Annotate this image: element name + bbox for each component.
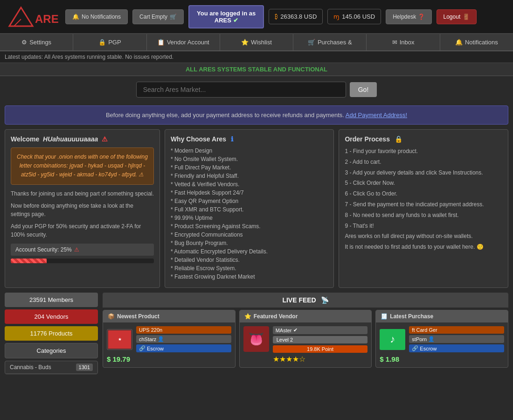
logout-button[interactable]: Logout 🚪 (437, 9, 477, 24)
notification-icon: 🔔 (455, 39, 463, 46)
security-warning-icon: ⚠ (74, 246, 79, 253)
nav-vendor-account[interactable]: 📋 Vendor Account (147, 34, 220, 50)
newest-escrow-badge[interactable]: 🔗 Escrow (136, 344, 231, 352)
logged-in-line1: You are logged in as (197, 10, 256, 17)
latest-purchase-item: ♪ ft Card Ger stPorn 👤 🔗 Escrow (380, 326, 504, 352)
svg-marker-0 (9, 7, 33, 26)
welcome-text1: Thanks for joining us and being part of … (11, 189, 154, 198)
why-item: * Easy QR Payment Option (171, 198, 328, 204)
inbox-icon: ✉ (392, 39, 397, 46)
purchases-icon: 🛒 (308, 39, 315, 46)
nav-purchases[interactable]: 🛒 Purchases & (293, 34, 367, 50)
svg-text:ARES: ARES (35, 13, 58, 25)
newest-product-header: 📦 Newest Product (103, 310, 235, 322)
latest-purchase-info: ft Card Ger stPorn 👤 🔗 Escrow (409, 326, 504, 352)
header: ARES 🔔 No Notifications Cart Empty 🛒 You… (0, 0, 513, 34)
main-section: Welcome HUahuauuuuaaaa ⚠ Check that your… (5, 129, 508, 288)
nav-inbox[interactable]: ✉ Inbox (367, 34, 440, 50)
logout-icon: 🚪 (463, 14, 470, 20)
add-payment-address-link[interactable]: Add Payment Address! (346, 112, 407, 119)
newest-price: $ 19.79 (107, 355, 231, 363)
verified-icon: ✔ (293, 327, 298, 333)
nav-pgp[interactable]: 🔒 PGP (73, 34, 146, 50)
latest-purchase-card: 🧾 Latest Purchase ♪ ft Card Ger stPorn 👤 (375, 310, 508, 368)
logo: ARES (5, 4, 61, 29)
why-item: * Bug Bounty Program. (171, 240, 328, 246)
bottom-section: 23591 Members 204 Vendors 11776 Products… (5, 293, 508, 374)
bell-icon: 🔔 (72, 14, 79, 20)
lock-icon: 🔒 (395, 135, 402, 143)
live-feed-header: LIVE FEED 📡 (103, 293, 508, 308)
nav-notifications[interactable]: 🔔 Notifications (440, 34, 513, 50)
escrow-icon: 🔗 (139, 345, 146, 351)
order-steps-list: 1 - Find your favorite product.2 - Add t… (345, 147, 502, 251)
featured-vendor-header: ⭐ Featured Vendor (240, 310, 372, 322)
cart-button[interactable]: Cart Empty 🛒 (132, 9, 184, 24)
warning-icon: ⚠ (102, 135, 108, 143)
featured-vendor-avatar: 👅 (243, 326, 269, 352)
why-choose-box: Why Choose Ares ℹ * Modern Design* No On… (165, 129, 334, 288)
why-item: * Automatic Encrypted Delivery Details. (171, 248, 328, 255)
order-step: 7 - Send the payment to the indicated pa… (345, 201, 502, 209)
why-item: * Friendly and Helpful Staff. (171, 173, 328, 179)
categories-list: Cannabis - Buds 1301 (5, 361, 98, 374)
btc-balance: ₿ 26363.8 USD (269, 9, 323, 24)
latest-purchase-header: 🧾 Latest Purchase (376, 310, 508, 322)
svg-line-1 (14, 19, 21, 26)
newest-product-item: ★ UPS 220n chStarz 👤 🔗 Escrow (107, 326, 231, 352)
newest-product-image: ★ (107, 329, 132, 350)
featured-vendor-card: ⭐ Featured Vendor 👅 MAster ✔ Level 2 (239, 310, 372, 368)
latest-purchase-body: ♪ ft Card Ger stPorn 👤 🔗 Escrow (376, 322, 508, 367)
order-step: 3 - Add your delivery details and click … (345, 169, 502, 177)
notifications-button[interactable]: 🔔 No Notifications (65, 9, 128, 24)
feed-cards: 📦 Newest Product ★ UPS 220n ch (103, 310, 508, 368)
why-item: * Full Direct Pay Market. (171, 164, 328, 171)
btc-icon: ₿ (275, 13, 278, 20)
xmr-balance: ɱ 145.06 USD (327, 9, 381, 24)
newest-product-title-badge: UPS 220n (136, 326, 231, 334)
latest-escrow-badge[interactable]: 🔗 Escrow (409, 344, 504, 352)
onion-warning: Check that your .onion ends with one of … (11, 147, 154, 185)
order-step: 9 - That's it! (345, 222, 502, 230)
user-icon: 👤 (158, 336, 164, 342)
nav-wishlist[interactable]: ⭐ Wishlist (220, 34, 293, 50)
why-item: * Fast Helpdesk Support 24/7 (171, 189, 328, 196)
stats-column: 23591 Members 204 Vendors 11776 Products… (5, 293, 98, 374)
latest-seller-badge[interactable]: stPorn 👤 (409, 335, 504, 343)
why-item: * Encrypted Communications (171, 231, 328, 238)
why-item: * Modern Design (171, 147, 328, 154)
logged-in-username: ARES ✔ (197, 17, 256, 24)
order-step: 1 - Find your favorite product. (345, 147, 502, 155)
live-feed-section: LIVE FEED 📡 📦 Newest Product ★ (103, 293, 508, 374)
search-go-button[interactable]: Go! (350, 82, 377, 97)
featured-vendor-name-badge[interactable]: MAster ✔ (273, 326, 368, 334)
helpdesk-button[interactable]: Helpdesk ❓ (386, 9, 431, 24)
categories-stat: Categories (5, 343, 98, 358)
featured-vendor-level: Level 2 (273, 336, 368, 343)
order-step: 5 - Click Order Now. (345, 179, 502, 187)
featured-vendor-stars: ★★★★☆ (273, 355, 368, 364)
featured-vendor-inner: 👅 MAster ✔ Level 2 19.8K Point ★★★★☆ (243, 326, 368, 364)
why-item: * Product Screening Against Scams. (171, 223, 328, 230)
order-process-title: Order Process 🔒 (345, 135, 502, 143)
welcome-text2: Now before doing anything else take a lo… (11, 202, 154, 218)
settings-icon: ⚙ (21, 39, 27, 46)
why-item: * Full XMR and BTC Support. (171, 206, 328, 213)
wishlist-icon: ⭐ (241, 39, 249, 46)
feed-icon: 📡 (321, 296, 329, 304)
welcome-box: Welcome HUahuauuuuaaaa ⚠ Check that your… (5, 129, 160, 288)
members-stat: 23591 Members (5, 293, 98, 307)
why-item: * 99.99% Uptime (171, 215, 328, 221)
newest-product-body: ★ UPS 220n chStarz 👤 🔗 Escrow (103, 322, 235, 367)
search-input[interactable] (136, 82, 346, 98)
seller-icon: 👤 (428, 336, 435, 342)
category-item[interactable]: Cannabis - Buds 1301 (5, 361, 97, 374)
nav-bar: ⚙ Settings 🔒 PGP 📋 Vendor Account ⭐ Wish… (0, 34, 513, 51)
featured-vendor-points: 19.8K Point (273, 345, 368, 353)
why-item: * Vetted & Verified Vendors. (171, 181, 328, 188)
nav-settings[interactable]: ⚙ Settings (0, 34, 73, 50)
latest-price: $ 1.98 (380, 355, 504, 363)
featured-vendor-info: MAster ✔ Level 2 19.8K Point ★★★★☆ (273, 326, 368, 364)
newest-seller-badge[interactable]: chStarz 👤 (136, 335, 231, 343)
order-step: 2 - Add to cart. (345, 158, 502, 166)
